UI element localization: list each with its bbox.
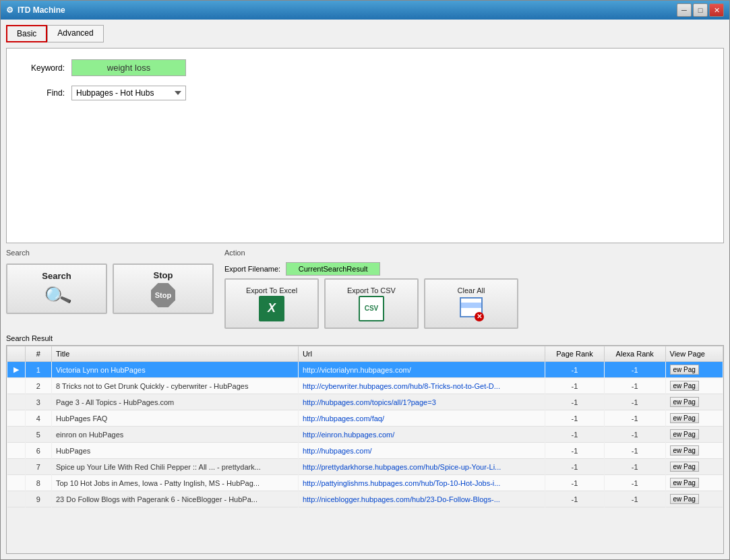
row-alexa-rank: -1 — [604, 378, 665, 394]
view-page-button[interactable]: ew Pag — [670, 462, 699, 472]
export-buttons: Export To Excel Export To CSV CSV Clear … — [224, 278, 724, 329]
table-row[interactable]: 7 Spice up Your Life With Red Chili Pepp… — [7, 459, 723, 475]
results-section: Search Result # Title Url Page Rank Alex… — [6, 334, 724, 554]
row-page-rank: -1 — [545, 378, 604, 394]
close-button[interactable]: ✕ — [709, 3, 724, 17]
row-url: http://cyberwriter.hubpages.com/hub/8-Tr… — [298, 378, 545, 394]
row-arrow — [7, 394, 26, 410]
main-window: ⚙ ITD Machine ─ □ ✕ Basic Advanced Keywo… — [0, 0, 730, 560]
row-title: Victoria Lynn on HubPages — [51, 362, 298, 378]
col-page-rank: Page Rank — [545, 346, 604, 362]
table-row[interactable]: 3 Page 3 - All Topics - HubPages.com htt… — [7, 394, 723, 410]
view-page-button[interactable]: ew Pag — [670, 413, 699, 423]
table-row[interactable]: 9 23 Do Follow Blogs with Pagerank 6 - N… — [7, 491, 723, 507]
search-btn-label: Search — [42, 271, 71, 281]
row-alexa-rank: -1 — [604, 443, 665, 459]
export-excel-label: Export To Excel — [246, 286, 297, 294]
find-label: Find: — [18, 88, 71, 98]
row-alexa-rank: -1 — [604, 410, 665, 427]
clear-table-icon: ✕ — [458, 296, 484, 321]
stop-button[interactable]: Stop Stop — [113, 263, 214, 314]
row-alexa-rank: -1 — [604, 362, 665, 378]
export-excel-button[interactable]: Export To Excel — [224, 278, 319, 329]
keyword-input[interactable] — [71, 59, 186, 76]
col-url: Url — [298, 346, 545, 362]
table-row[interactable]: ▶ 1 Victoria Lynn on HubPages http://vic… — [7, 362, 723, 378]
row-num: 2 — [25, 378, 51, 394]
row-title: einron on HubPages — [51, 427, 298, 443]
row-url: http://hubpages.com/ — [298, 443, 545, 459]
view-page-button[interactable]: ew Pag — [670, 445, 699, 456]
search-button[interactable]: Search 🔍 — [6, 263, 107, 314]
row-alexa-rank: -1 — [604, 491, 665, 507]
minimize-button[interactable]: ─ — [677, 3, 692, 17]
row-alexa-rank: -1 — [604, 427, 665, 443]
content-area: Basic Advanced Keyword: Find: Hubpages -… — [1, 20, 729, 559]
row-view: ew Pag — [665, 459, 723, 475]
title-bar-controls: ─ □ ✕ — [677, 3, 724, 17]
table-row[interactable]: 5 einron on HubPages http://einron.hubpa… — [7, 427, 723, 443]
row-page-rank: -1 — [545, 362, 604, 378]
row-alexa-rank: -1 — [604, 475, 665, 491]
stop-icon: Stop — [151, 283, 175, 307]
row-page-rank: -1 — [545, 427, 604, 443]
row-arrow — [7, 443, 26, 459]
view-page-button[interactable]: ew Pag — [670, 397, 699, 407]
row-view: ew Pag — [665, 378, 723, 394]
view-page-button[interactable]: ew Pag — [670, 494, 699, 504]
row-view: ew Pag — [665, 491, 723, 507]
row-arrow — [7, 459, 26, 475]
row-page-rank: -1 — [545, 475, 604, 491]
results-label: Search Result — [6, 334, 724, 342]
table-scroll-area[interactable]: # Title Url Page Rank Alexa Rank View Pa… — [7, 346, 723, 553]
row-url: http://victorialynn.hubpages.com/ — [298, 362, 545, 378]
clear-all-button[interactable]: Clear All ✕ — [424, 278, 518, 329]
view-page-button[interactable]: ew Pag — [670, 478, 699, 488]
table-row[interactable]: 2 8 Tricks not to Get Drunk Quickly - cy… — [7, 378, 723, 394]
title-bar: ⚙ ITD Machine ─ □ ✕ — [1, 1, 729, 20]
find-row: Find: Hubpages - Hot Hubs Option 2 Optio… — [18, 86, 712, 100]
results-table-wrapper: # Title Url Page Rank Alexa Rank View Pa… — [6, 345, 724, 554]
row-arrow: ▶ — [7, 362, 26, 378]
row-url: http://hubpages.com/topics/all/1?page=3 — [298, 394, 545, 410]
maximize-button[interactable]: □ — [693, 3, 708, 17]
col-arrow — [7, 346, 26, 362]
keyword-row: Keyword: — [18, 59, 712, 76]
row-title: HubPages — [51, 443, 298, 459]
row-page-rank: -1 — [545, 394, 604, 410]
tab-advanced[interactable]: Advanced — [47, 25, 103, 42]
col-num: # — [25, 346, 51, 362]
view-page-button[interactable]: ew Pag — [670, 381, 699, 391]
row-arrow — [7, 491, 26, 507]
row-view: ew Pag — [665, 394, 723, 410]
tab-basic[interactable]: Basic — [6, 25, 47, 42]
row-num: 7 — [25, 459, 51, 475]
action-inner: Action Export Filename: CurrentSearchRes… — [224, 249, 724, 329]
results-table: # Title Url Page Rank Alexa Rank View Pa… — [7, 346, 723, 507]
row-view: ew Pag — [665, 427, 723, 443]
view-page-button[interactable]: ew Pag — [670, 429, 699, 439]
view-page-button[interactable]: ew Pag — [670, 365, 699, 375]
table-row[interactable]: 4 HubPages FAQ http://hubpages.com/faq/ … — [7, 410, 723, 427]
tab-bar: Basic Advanced — [6, 25, 724, 42]
row-view: ew Pag — [665, 443, 723, 459]
app-title: ITD Machine — [18, 5, 65, 15]
table-row[interactable]: 8 Top 10 Hot Jobs in Ames, Iowa - Patty … — [7, 475, 723, 491]
row-num: 4 — [25, 410, 51, 427]
row-page-rank: -1 — [545, 491, 604, 507]
row-num: 5 — [25, 427, 51, 443]
export-filename-value: CurrentSearchResult — [286, 262, 380, 276]
row-alexa-rank: -1 — [604, 459, 665, 475]
row-url: http://hubpages.com/faq/ — [298, 410, 545, 427]
row-num: 6 — [25, 443, 51, 459]
row-arrow — [7, 410, 26, 427]
export-csv-button[interactable]: Export To CSV CSV — [324, 278, 419, 329]
row-title: Spice up Your Life With Red Chili Pepper… — [51, 459, 298, 475]
keyword-label: Keyword: — [18, 63, 71, 73]
find-select[interactable]: Hubpages - Hot Hubs Option 2 Option 3 — [71, 86, 186, 100]
row-view: ew Pag — [665, 475, 723, 491]
table-row[interactable]: 6 HubPages http://hubpages.com/ -1 -1 ew… — [7, 443, 723, 459]
action-section: Search Search 🔍 Stop Stop Action Export — [6, 249, 724, 329]
col-alexa-rank: Alexa Rank — [604, 346, 665, 362]
row-title: HubPages FAQ — [51, 410, 298, 427]
